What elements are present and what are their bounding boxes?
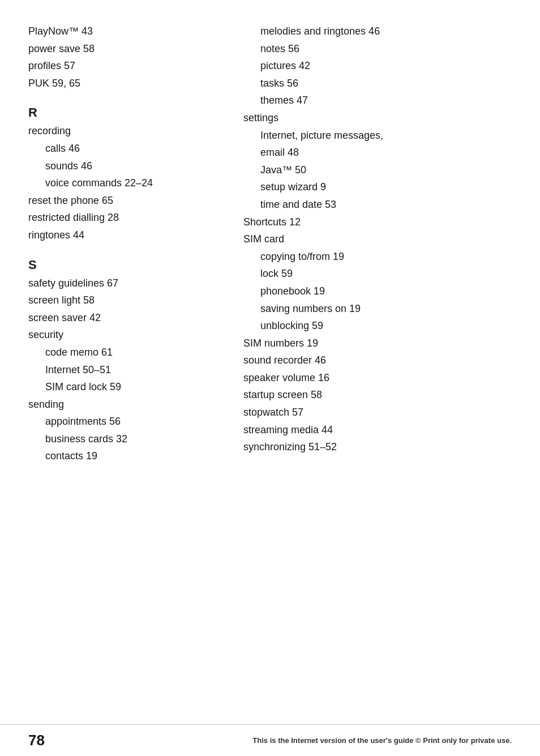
list-item: pictures 42 [260,57,512,75]
list-item: PlayNow™ 43 [28,23,221,40]
list-item: sounds 46 [45,157,221,175]
list-item: safety guidelines 67 [28,275,221,292]
section-header-r: R [28,105,221,120]
footer-text: This is the Internet version of the user… [252,736,512,745]
list-item: Java™ 50 [260,161,512,179]
list-item: phonebook 19 [260,283,512,300]
list-item: settings [243,109,512,127]
section-r: R recording calls 46 sounds 46 voice com… [28,105,221,244]
section-s: S safety guidelines 67 screen light 58 s… [28,258,221,465]
list-item: speaker volume 16 [243,369,512,387]
list-item: streaming media 44 [243,421,512,439]
list-item: ringtones 44 [28,227,221,244]
left-column: PlayNow™ 43 power save 58 profiles 57 PU… [28,23,221,465]
two-column-layout: PlayNow™ 43 power save 58 profiles 57 PU… [28,23,512,465]
right-column: melodies and ringtones 46 notes 56 pictu… [243,23,512,465]
list-item: power save 58 [28,40,221,58]
list-item: Internet 50–51 [45,361,221,379]
list-item: contacts 19 [45,447,221,465]
list-item: calls 46 [45,140,221,157]
page-container: PlayNow™ 43 power save 58 profiles 57 PU… [0,0,540,756]
list-item: sending [28,396,221,413]
list-item: unblocking 59 [260,317,512,335]
list-item: SIM numbers 19 [243,335,512,352]
list-item: SIM card lock 59 [45,378,221,396]
top-entries: PlayNow™ 43 power save 58 profiles 57 PU… [28,23,221,92]
list-item: melodies and ringtones 46 [260,23,512,40]
list-item: restricted dialling 28 [28,209,221,227]
list-item: lock 59 [260,265,512,283]
section-header-s: S [28,258,221,272]
list-item: appointments 56 [45,413,221,430]
list-item: screen light 58 [28,292,221,309]
list-item: PUK 59, 65 [28,75,221,92]
list-item: startup screen 58 [243,386,512,404]
list-item: copying to/from 19 [260,248,512,266]
list-item: Shortcuts 12 [243,213,512,231]
list-item: synchronizing 51–52 [243,438,512,456]
list-item: profiles 57 [28,57,221,75]
list-item: stopwatch 57 [243,404,512,421]
list-item: time and date 53 [260,196,512,213]
list-item: SIM card [243,230,512,248]
list-item: sound recorder 46 [243,352,512,369]
list-item: recording [28,122,221,140]
list-item: Internet, picture messages, [260,127,512,144]
page-number: 78 [28,732,45,749]
list-item: business cards 32 [45,430,221,448]
list-item: voice commands 22–24 [45,174,221,192]
list-item: reset the phone 65 [28,192,221,210]
list-item: code memo 61 [45,344,221,361]
list-item: email 48 [260,144,512,161]
list-item: tasks 56 [260,75,512,92]
list-item: security [28,326,221,344]
page-footer: 78 This is the Internet version of the u… [0,724,540,756]
list-item: notes 56 [260,40,512,58]
list-item: setup wizard 9 [260,178,512,196]
list-item: themes 47 [260,92,512,109]
list-item: screen saver 42 [28,309,221,327]
list-item: saving numbers on 19 [260,300,512,318]
